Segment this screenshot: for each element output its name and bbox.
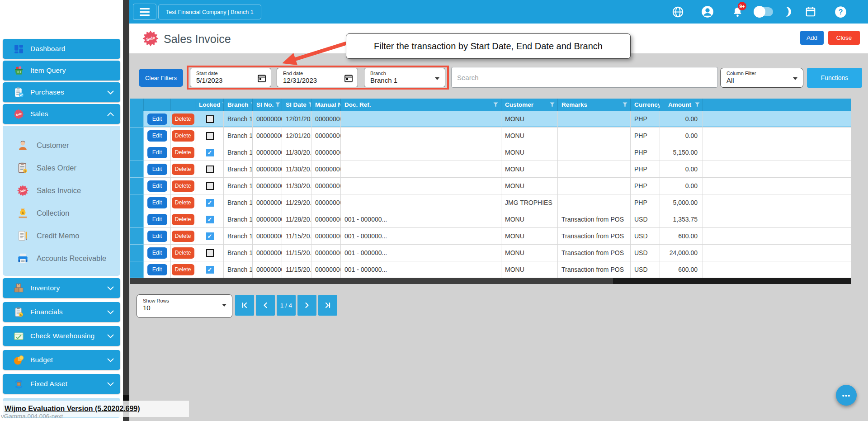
locked-checkbox[interactable] bbox=[206, 199, 214, 207]
sidebar-subitem-accounts-receivable[interactable]: Accounts Receivable bbox=[3, 247, 120, 270]
row-header[interactable] bbox=[130, 128, 144, 144]
edit-button[interactable]: Edit bbox=[147, 164, 167, 175]
filter-funnel-icon[interactable] bbox=[249, 102, 253, 107]
add-button[interactable]: Add bbox=[800, 31, 824, 45]
edit-button[interactable]: Edit bbox=[147, 214, 167, 225]
locked-checkbox[interactable] bbox=[206, 232, 214, 240]
sidebar-item-check-warehousing[interactable]: Check Warehousing bbox=[3, 326, 120, 346]
sidebar-subitem-credit-memo[interactable]: Credit Memo bbox=[3, 224, 120, 247]
row-header[interactable] bbox=[130, 144, 144, 161]
show-rows-select[interactable]: Show Rows 10 bbox=[137, 294, 232, 318]
more-actions-fab[interactable]: ••• bbox=[836, 385, 857, 406]
end-date-field[interactable]: End date 12/31/2023 bbox=[277, 68, 358, 87]
edit-button[interactable]: Edit bbox=[147, 130, 167, 142]
globe-icon[interactable] bbox=[671, 5, 684, 19]
row-header[interactable] bbox=[130, 245, 144, 261]
locked-checkbox[interactable] bbox=[206, 149, 214, 156]
vertical-scrollbar[interactable] bbox=[123, 0, 129, 421]
edit-button[interactable]: Edit bbox=[147, 231, 167, 242]
sidebar-subitem-collection[interactable]: $ Collection bbox=[3, 202, 120, 224]
column-filter-select[interactable]: Column Filter All bbox=[720, 68, 803, 88]
edit-button[interactable]: Edit bbox=[147, 197, 167, 208]
locked-checkbox[interactable] bbox=[206, 115, 214, 123]
dark-mode-moon-icon[interactable] bbox=[780, 5, 794, 19]
sidebar-subitem-customer[interactable]: Customer bbox=[3, 134, 120, 156]
theme-toggle[interactable] bbox=[754, 5, 774, 19]
column-header-locked[interactable]: Locked bbox=[195, 99, 224, 111]
delete-button[interactable]: Delete bbox=[172, 231, 194, 242]
delete-button[interactable]: Delete bbox=[172, 130, 194, 142]
locked-checkbox[interactable] bbox=[206, 249, 214, 257]
column-header-si-no[interactable]: SI No. bbox=[253, 99, 282, 111]
edit-button[interactable]: Edit bbox=[147, 180, 167, 192]
filter-funnel-icon[interactable] bbox=[548, 102, 555, 107]
sidebar-subitem-sales-invoice[interactable]: Sale Sales Invoice bbox=[3, 179, 120, 202]
column-header-customer[interactable]: Customer bbox=[501, 99, 558, 111]
date-picker-icon[interactable] bbox=[257, 74, 266, 85]
delete-button[interactable]: Delete bbox=[172, 247, 194, 259]
help-icon[interactable]: ? bbox=[834, 5, 847, 19]
edit-button[interactable]: Edit bbox=[147, 147, 167, 158]
delete-button[interactable]: Delete bbox=[172, 214, 194, 225]
column-header-doc-ref[interactable]: Doc. Ref. bbox=[341, 99, 501, 111]
row-header[interactable] bbox=[130, 194, 144, 211]
delete-button[interactable]: Delete bbox=[172, 164, 194, 175]
sidebar-item-dashboard[interactable]: Dashboard bbox=[3, 39, 120, 59]
sidebar-item-inventory[interactable]: Inventory bbox=[3, 278, 120, 298]
sidebar-subitem-sales-order[interactable]: $ Sales Order bbox=[3, 156, 120, 179]
close-button[interactable]: Close bbox=[828, 31, 860, 45]
row-header[interactable] bbox=[130, 228, 144, 245]
sidebar-item-financials[interactable]: $ Financials bbox=[3, 302, 120, 322]
locked-checkbox[interactable] bbox=[206, 216, 214, 223]
filter-funnel-icon[interactable] bbox=[693, 102, 700, 107]
filter-funnel-icon[interactable] bbox=[491, 102, 498, 107]
delete-button[interactable]: Delete bbox=[172, 264, 194, 275]
clear-filters-button[interactable]: Clear Filters bbox=[139, 69, 183, 87]
locked-checkbox[interactable] bbox=[206, 166, 214, 173]
column-header-currency[interactable]: Currency bbox=[631, 99, 660, 111]
date-picker-icon[interactable] bbox=[344, 74, 353, 85]
start-date-field[interactable]: Start date 5/1/2023 bbox=[190, 68, 271, 87]
horizontal-scrollbar-thumb[interactable] bbox=[130, 278, 613, 284]
column-header-manual-no[interactable]: Manual No. bbox=[311, 99, 341, 111]
column-header-si-date[interactable]: SI Date bbox=[282, 99, 311, 111]
locked-checkbox[interactable] bbox=[206, 132, 214, 140]
sidebar-item-fixed-asset[interactable]: Fixed Asset bbox=[3, 374, 120, 394]
delete-button[interactable]: Delete bbox=[172, 180, 194, 192]
edit-button[interactable]: Edit bbox=[147, 114, 167, 125]
hamburger-menu-button[interactable] bbox=[133, 4, 156, 20]
notifications-bell-icon[interactable]: 9+ bbox=[731, 5, 744, 19]
filter-funnel-icon[interactable] bbox=[220, 102, 224, 107]
delete-button[interactable]: Delete bbox=[172, 197, 194, 208]
edit-button[interactable]: Edit bbox=[147, 264, 167, 275]
row-header[interactable] bbox=[130, 111, 144, 128]
locked-checkbox[interactable] bbox=[206, 182, 214, 190]
branch-select[interactable]: Branch Branch 1 bbox=[364, 68, 445, 87]
column-header-amount[interactable]: Amount bbox=[660, 99, 703, 111]
account-icon[interactable] bbox=[701, 5, 714, 19]
delete-button[interactable]: Delete bbox=[172, 114, 194, 125]
sidebar-item-sales[interactable]: Sale Sales bbox=[3, 104, 120, 124]
row-header[interactable] bbox=[130, 211, 144, 228]
locked-checkbox[interactable] bbox=[206, 266, 214, 274]
filter-funnel-icon[interactable] bbox=[621, 102, 627, 107]
calendar-icon[interactable] bbox=[804, 5, 817, 19]
next-page-button[interactable] bbox=[297, 295, 316, 316]
horizontal-scrollbar[interactable] bbox=[130, 278, 851, 284]
company-branch-button[interactable]: Test Financial Company | Branch 1 bbox=[158, 5, 261, 19]
last-page-button[interactable] bbox=[318, 295, 337, 316]
functions-button[interactable]: Functions bbox=[807, 68, 862, 88]
column-header-branch[interactable]: Branch bbox=[224, 99, 253, 111]
sidebar-item-purchases[interactable]: Purchases bbox=[3, 82, 120, 102]
previous-page-button[interactable] bbox=[256, 295, 275, 316]
row-header[interactable] bbox=[130, 161, 144, 178]
delete-button[interactable]: Delete bbox=[172, 147, 194, 158]
sidebar-item-budget[interactable]: Budget bbox=[3, 350, 120, 370]
column-header-remarks[interactable]: Remarks bbox=[558, 99, 631, 111]
row-header[interactable] bbox=[130, 261, 144, 278]
edit-button[interactable]: Edit bbox=[147, 247, 167, 259]
sidebar-item-item-query[interactable]: Item Query bbox=[3, 61, 120, 80]
filter-funnel-icon[interactable] bbox=[274, 102, 280, 107]
filter-funnel-icon[interactable] bbox=[307, 102, 311, 107]
first-page-button[interactable] bbox=[235, 295, 254, 316]
